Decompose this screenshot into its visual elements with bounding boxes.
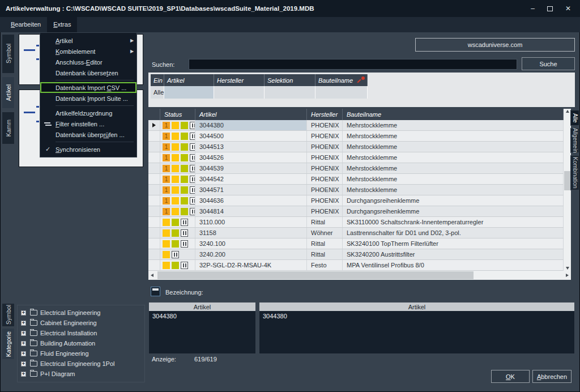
- hersteller-cell[interactable]: Rittal: [307, 238, 343, 249]
- table-header-artikel[interactable]: Artikel: [195, 109, 307, 120]
- row-selector-cell[interactable]: [148, 131, 160, 141]
- vertical-scrollbar-thumb[interactable]: [564, 171, 570, 190]
- menu-item[interactable]: Datenbank Import CSV ...: [40, 82, 137, 93]
- artikel-cell[interactable]: 32P-SGL-D2-R-MSAU-4K: [195, 260, 307, 270]
- tree-item[interactable]: +Cabinet Engineering: [21, 318, 144, 328]
- sidebar-tab-kamm[interactable]: Kamm: [2, 112, 15, 144]
- row-selector-cell[interactable]: [148, 228, 160, 238]
- horizontal-scrollbar-thumb[interactable]: [157, 271, 474, 279]
- artikel-cell[interactable]: 3044571: [195, 185, 307, 195]
- expand-icon[interactable]: +: [21, 331, 26, 336]
- bauteilname-cell[interactable]: SK3110000 Schaltschrank-Innentemperaturr…: [343, 217, 564, 227]
- sidebar-tab-kategorie[interactable]: Kategorie: [2, 328, 15, 360]
- bauteilname-cell[interactable]: SK3240200 Austrittsfilter: [343, 249, 564, 259]
- table-row[interactable]: 13044814PHOENIXDurchgangsreihenklemme: [148, 206, 564, 217]
- bauteilname-cell[interactable]: Mehrstockklemme: [343, 131, 564, 141]
- hersteller-cell[interactable]: PHOENIX: [307, 174, 343, 184]
- filter-header-selektion[interactable]: Selektion: [265, 74, 315, 86]
- artikel-cell[interactable]: 3240.200: [195, 249, 307, 259]
- minimize-icon[interactable]: –: [531, 5, 535, 12]
- scroll-down-icon[interactable]: [564, 267, 571, 270]
- artikel-cell[interactable]: 31158: [195, 228, 307, 238]
- table-row[interactable]: 13044513PHOENIXMehrstockklemme: [148, 142, 564, 152]
- scroll-left-icon[interactable]: [151, 271, 153, 280]
- wscaduniverse-button[interactable]: wscaduniverse.com: [415, 38, 575, 52]
- expand-icon[interactable]: +: [21, 372, 26, 377]
- hersteller-cell[interactable]: PHOENIX: [307, 152, 343, 163]
- table-header-status[interactable]: Status: [160, 109, 195, 120]
- table-row[interactable]: 13044526PHOENIXMehrstockklemme: [148, 152, 564, 163]
- artikel-cell[interactable]: 3044542: [195, 174, 307, 184]
- expand-icon[interactable]: +: [21, 310, 26, 316]
- table-row[interactable]: 13044542PHOENIXMehrstockklemme: [148, 174, 564, 185]
- detail-tab-kombination[interactable]: Kombination: [570, 155, 579, 190]
- row-selector-cell[interactable]: [148, 163, 160, 173]
- menu-item[interactable]: Filter einstellen ...: [40, 118, 137, 129]
- sidebar-tab-artikel[interactable]: Artikel: [2, 76, 15, 109]
- hersteller-cell[interactable]: PHOENIX: [307, 120, 343, 130]
- expand-icon[interactable]: +: [21, 361, 26, 367]
- sidebar-tab-symbol[interactable]: Symbol: [2, 34, 15, 74]
- menu-item[interactable]: Datenbank Import Suite ...: [40, 93, 137, 104]
- expand-icon[interactable]: +: [21, 341, 26, 346]
- artikel-cell[interactable]: 3044814: [195, 206, 307, 216]
- search-input[interactable]: [189, 59, 517, 70]
- row-selector-cell[interactable]: [148, 238, 160, 249]
- menu-item[interactable]: Datenbank übersetzen: [40, 67, 137, 78]
- cancel-button[interactable]: Abbrechen: [532, 370, 572, 383]
- table-row[interactable]: 32P-SGL-D2-R-MSAU-4KFestoMPA Ventilinsel…: [148, 260, 564, 271]
- panel-value[interactable]: 3044380: [149, 311, 255, 353]
- filter-cell[interactable]: Alle: [151, 86, 164, 99]
- detail-tab-allgemein[interactable]: Allgemein: [570, 128, 579, 153]
- filter-cell[interactable]: [315, 86, 368, 99]
- artikel-cell[interactable]: 3044526: [195, 152, 307, 163]
- tree-item[interactable]: +Electrical Engineering: [21, 308, 144, 318]
- filter-cell[interactable]: [265, 86, 315, 99]
- hersteller-cell[interactable]: PHOENIX: [307, 206, 343, 216]
- hersteller-cell[interactable]: Wöhner: [307, 228, 343, 238]
- sidebar-tab-symbol[interactable]: Symbol: [2, 303, 15, 327]
- table-row[interactable]: 3240.200RittalSK3240200 Austrittsfilter: [148, 249, 564, 260]
- search-button[interactable]: Suche: [522, 57, 575, 70]
- artikel-cell[interactable]: 3044636: [195, 195, 307, 206]
- hersteller-cell[interactable]: PHOENIX: [307, 163, 343, 173]
- row-selector-cell[interactable]: [148, 195, 160, 206]
- table-row[interactable]: 31158WöhnerLasttrennschalter für D01 und…: [148, 228, 564, 238]
- titlebar[interactable]: Artikelverwaltung : C:\WSCAD\WSCAD SUITE…: [0, 0, 580, 17]
- scroll-right-icon[interactable]: [566, 271, 569, 280]
- table-row[interactable]: 13044571PHOENIXMehrstockklemme: [148, 185, 564, 195]
- menu-item[interactable]: ✓Synchronisieren: [40, 144, 137, 155]
- hersteller-cell[interactable]: Rittal: [307, 249, 343, 259]
- bauteilname-cell[interactable]: Durchgangsreihenklemme: [343, 206, 564, 216]
- bauteilname-cell[interactable]: Mehrstockklemme: [343, 142, 564, 152]
- table-row[interactable]: 3110.000RittalSK3110000 Schaltschrank-In…: [148, 217, 564, 228]
- row-selector-cell[interactable]: [148, 120, 160, 130]
- hersteller-cell[interactable]: PHOENIX: [307, 195, 343, 206]
- bauteilname-cell[interactable]: SK3240100 TopTherm Filterlüfter: [343, 238, 564, 249]
- artikel-cell[interactable]: 3044539: [195, 163, 307, 173]
- row-selector-cell[interactable]: [148, 217, 160, 227]
- row-selector-cell[interactable]: [148, 174, 160, 184]
- bauteilname-cell[interactable]: Mehrstockklemme: [343, 152, 564, 163]
- table-row[interactable]: 13044500PHOENIXMehrstockklemme: [148, 131, 564, 142]
- menu-item[interactable]: Datenbank überprüfen ...: [40, 129, 137, 140]
- filter-cell[interactable]: [164, 86, 214, 99]
- table-row[interactable]: 13044380PHOENIXMehrstockklemme: [148, 120, 564, 131]
- tree-item[interactable]: +Building Automation: [21, 338, 144, 348]
- filter-header-ein[interactable]: Ein: [151, 74, 164, 86]
- menu-item[interactable]: Kombielement▶: [40, 46, 137, 57]
- menubar-item-bearbeiten[interactable]: Bearbeiten: [5, 17, 47, 32]
- menubar-item-extras[interactable]: Extras: [47, 17, 77, 32]
- row-selector-cell[interactable]: [148, 185, 160, 195]
- artikel-cell[interactable]: 3044500: [195, 131, 307, 141]
- table-row[interactable]: 13044539PHOENIXMehrstockklemme: [148, 163, 564, 174]
- artikel-cell[interactable]: 3240.100: [195, 238, 307, 249]
- close-icon[interactable]: ✕: [565, 5, 571, 12]
- menu-item[interactable]: Artikelfeldzuordnung: [40, 108, 137, 118]
- hersteller-cell[interactable]: PHOENIX: [307, 142, 343, 152]
- bauteilname-cell[interactable]: Mehrstockklemme: [343, 185, 564, 195]
- tree-item[interactable]: +Fluid Engineering: [21, 348, 144, 359]
- bauteilname-cell[interactable]: Mehrstockklemme: [343, 120, 564, 130]
- artikel-cell[interactable]: 3110.000: [195, 217, 307, 227]
- hersteller-cell[interactable]: PHOENIX: [307, 131, 343, 141]
